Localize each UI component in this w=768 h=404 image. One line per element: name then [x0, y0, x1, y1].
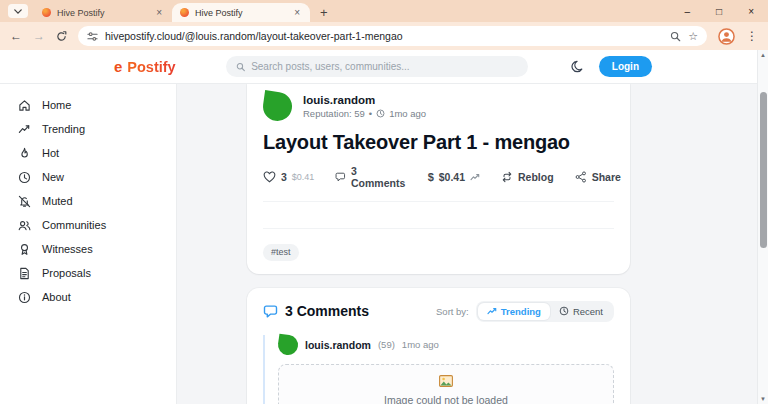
reblog-button[interactable]: Reblog [501, 171, 554, 183]
like-button[interactable]: 3 $0.41 [263, 171, 314, 183]
minimize-button[interactable]: – [685, 6, 691, 17]
comments-header: 3 Comments Sort by: Trending Recent [263, 301, 614, 322]
scroll-down-icon[interactable]: ▼ [760, 396, 766, 402]
sidebar-item-trending[interactable]: Trending [0, 117, 176, 141]
sidebar-item-proposals[interactable]: Proposals [0, 261, 176, 285]
tab-close-icon[interactable]: × [154, 7, 164, 18]
post-author-row: louis.random Reputation: 59 • 1mo ago [263, 92, 614, 121]
comment-age: 1mo ago [402, 339, 439, 350]
post-tags: #test [263, 241, 614, 261]
flame-icon [18, 147, 31, 160]
tab-hive-postify-2-active[interactable]: Hive Postify × [172, 3, 310, 22]
trending-icon [18, 123, 31, 136]
clock-icon [18, 171, 31, 184]
comment-icon [335, 171, 346, 183]
zoom-icon[interactable] [670, 31, 681, 42]
bookmark-star-icon[interactable]: ☆ [688, 31, 698, 42]
share-icon [575, 171, 587, 183]
author-name[interactable]: louis.random [303, 94, 426, 106]
commenter-name[interactable]: louis.random [305, 339, 371, 351]
back-button[interactable]: ← [10, 30, 22, 42]
forward-button[interactable]: → [33, 30, 45, 42]
award-icon [18, 243, 31, 256]
sidebar-item-about[interactable]: About [0, 285, 176, 309]
reblog-icon [501, 171, 513, 183]
postify-logo[interactable]: e Postify [114, 58, 176, 75]
image-error-box: Image could not be loaded View original [278, 364, 614, 404]
scrollbar-thumb[interactable] [760, 92, 767, 248]
payout-stat[interactable]: $ $0.41 [428, 171, 480, 183]
sidebar-item-label: Hot [42, 147, 59, 159]
search-bar[interactable] [226, 56, 528, 77]
scroll-up-icon[interactable]: ▲ [760, 52, 766, 58]
site-header: e Postify Login [0, 50, 768, 84]
reblog-label: Reblog [518, 171, 554, 183]
url-text[interactable]: hivepostify.cloud/@louis.random/layout-t… [105, 30, 663, 42]
heart-icon [263, 171, 276, 183]
tab-search-button[interactable] [8, 4, 28, 18]
people-icon [18, 219, 31, 232]
web-page: e Postify Login Home Trending Hot [0, 50, 768, 404]
site-favicon [180, 8, 189, 17]
sort-trending-label: Trending [501, 306, 541, 317]
browser-profile-avatar[interactable] [718, 28, 735, 45]
search-input[interactable] [251, 61, 518, 72]
comments-count: 3 Comments [351, 165, 407, 189]
close-button[interactable]: × [748, 6, 754, 17]
sort-segmented-control: Trending Recent [476, 301, 614, 322]
address-bar[interactable]: hivepostify.cloud/@louis.random/layout-t… [78, 26, 707, 46]
maximize-button[interactable]: □ [716, 6, 722, 17]
broken-image-icon [439, 375, 453, 387]
brand-name: Postify [127, 59, 175, 75]
share-button[interactable]: Share [575, 171, 621, 183]
share-label: Share [592, 171, 621, 183]
tag-test[interactable]: #test [263, 244, 299, 261]
login-button[interactable]: Login [599, 56, 652, 77]
browser-menu-icon[interactable]: ⋮ [746, 30, 758, 42]
commenter-avatar[interactable] [277, 333, 300, 356]
sidebar-item-communities[interactable]: Communities [0, 213, 176, 237]
sidebar-item-label: Witnesses [42, 243, 93, 255]
site-settings-icon[interactable] [87, 31, 98, 42]
sort-controls: Sort by: Trending Recent [436, 301, 614, 322]
like-count: 3 [281, 171, 287, 183]
sidebar-item-muted[interactable]: Muted [0, 189, 176, 213]
sidebar-item-witnesses[interactable]: Witnesses [0, 237, 176, 261]
new-tab-button[interactable]: + [320, 6, 328, 19]
sidebar-item-new[interactable]: New [0, 165, 176, 189]
page-scrollbar[interactable]: ▲ ▼ [757, 50, 768, 404]
comments-card: 3 Comments Sort by: Trending Recent [247, 288, 630, 404]
sort-recent-button[interactable]: Recent [550, 303, 612, 320]
reload-button[interactable] [56, 31, 67, 42]
chevron-down-icon [14, 9, 22, 14]
payout-value: $0.41 [439, 171, 465, 183]
site-favicon [42, 8, 51, 17]
sidebar-item-home[interactable]: Home [0, 93, 176, 117]
author-avatar[interactable] [261, 90, 294, 123]
sidebar-item-label: Muted [42, 195, 73, 207]
sidebar-item-label: Home [42, 99, 71, 111]
dollar-icon: $ [428, 171, 434, 183]
page-body: Home Trending Hot New Muted Communities [0, 84, 768, 404]
window-controls: – □ × [685, 0, 768, 22]
sidebar-item-label: Trending [42, 123, 85, 135]
trend-up-icon [470, 173, 480, 181]
image-error-text: Image could not be loaded [289, 394, 603, 404]
sort-recent-label: Recent [573, 306, 603, 317]
trend-up-icon [487, 307, 497, 315]
comments-stat[interactable]: 3 Comments [335, 165, 406, 189]
comments-heading: 3 Comments [263, 303, 369, 319]
clock-icon [376, 109, 385, 118]
dark-mode-moon-icon[interactable] [571, 60, 584, 73]
post-title: Layout Takeover Part 1 - mengao [263, 131, 614, 154]
comment-item: louis.random (59) 1mo ago Image could no… [263, 335, 614, 404]
tab-title: Hive Postify [57, 8, 154, 18]
sort-by-label: Sort by: [436, 306, 469, 317]
browser-chrome: Hive Postify × Hive Postify × + – □ × ← … [0, 0, 768, 50]
sidebar-item-label: About [42, 291, 71, 303]
sidebar-item-hot[interactable]: Hot [0, 141, 176, 165]
tab-close-icon[interactable]: × [292, 7, 302, 18]
sort-trending-button[interactable]: Trending [478, 303, 550, 320]
reputation-label: Reputation: 59 [303, 108, 365, 119]
tab-hive-postify-1[interactable]: Hive Postify × [34, 3, 172, 22]
